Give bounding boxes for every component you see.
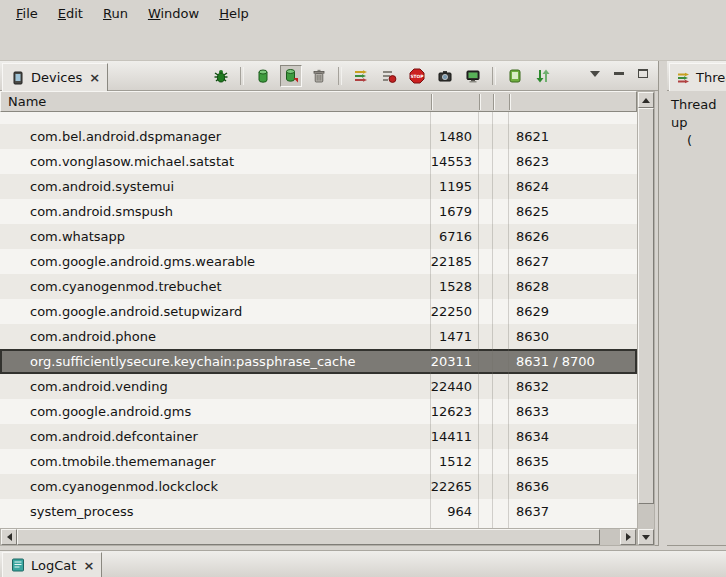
row-port: 8634 — [508, 424, 637, 449]
debug-icon[interactable] — [210, 65, 232, 87]
row-port: 8630 — [508, 324, 637, 349]
menu-file[interactable]: File — [6, 3, 48, 24]
scroll-left-icon[interactable] — [1, 529, 17, 545]
column-divider[interactable] — [493, 94, 494, 110]
table-row[interactable]: com.cyanogenmod.trebuchet15288628 — [0, 274, 637, 299]
table-row[interactable]: com.tmobile.thememanager15128635 — [0, 449, 637, 474]
threads-icon — [677, 71, 691, 85]
row-empty-cell — [478, 224, 492, 249]
table-row[interactable]: com.whatsapp67168626 — [0, 224, 637, 249]
menu-help[interactable]: Help — [209, 3, 259, 24]
horizontal-scroll-thumb[interactable] — [17, 529, 600, 545]
row-empty-cell — [492, 299, 508, 324]
column-header-label: Name — [8, 94, 46, 109]
ui-automator-icon[interactable] — [504, 65, 526, 87]
method-profiling-icon[interactable] — [378, 65, 400, 87]
stop-icon-label: STOP — [410, 74, 424, 79]
tab-threads[interactable]: Threads — [669, 63, 726, 91]
view-controls — [588, 67, 650, 80]
tab-devices[interactable]: Devices × — [2, 63, 108, 91]
vertical-scroll-thumb[interactable] — [638, 108, 654, 504]
screen-capture-icon[interactable] — [434, 65, 456, 87]
row-port: 8635 — [508, 449, 637, 474]
column-divider[interactable] — [509, 94, 510, 110]
table-row[interactable]: com.vonglasow.michael.satstat145538623 — [0, 149, 637, 174]
table-row[interactable]: com.google.android.gms126238633 — [0, 399, 637, 424]
table-row[interactable]: com.google.android.gms.wearable221858627 — [0, 249, 637, 274]
menu-run[interactable]: Run — [93, 3, 138, 24]
cause-gc-icon[interactable] — [308, 65, 330, 87]
table-row[interactable]: system_process9648637 — [0, 499, 637, 524]
row-pid: 1512 — [430, 449, 478, 474]
close-icon[interactable]: × — [89, 70, 100, 85]
row-process-name: com.cyanogenmod.lockclock — [0, 474, 430, 499]
row-port: 8628 — [508, 274, 637, 299]
table-row[interactable]: com.android.phone14718630 — [0, 324, 637, 349]
screen-record-icon[interactable] — [462, 65, 484, 87]
scroll-up-icon[interactable] — [638, 92, 654, 108]
toolbar-separator — [240, 67, 244, 85]
table-row[interactable]: com.google.android.setupwizard222508629 — [0, 299, 637, 324]
row-empty-cell — [492, 374, 508, 399]
vertical-scrollbar[interactable] — [637, 91, 655, 546]
table-row[interactable]: org.sufficientlysecure.keychain:passphra… — [0, 349, 637, 374]
row-empty-cell — [492, 124, 508, 149]
row-empty-cell — [478, 449, 492, 474]
update-threads-icon[interactable] — [350, 65, 372, 87]
hierarchy-view-icon[interactable] — [532, 65, 554, 87]
row-process-name: com.whatsapp — [0, 224, 430, 249]
row-empty-cell — [478, 174, 492, 199]
tab-logcat[interactable]: LogCat × — [2, 552, 102, 577]
row-process-name: com.android.defcontainer — [0, 424, 430, 449]
row-port: 8627 — [508, 249, 637, 274]
tab-threads-label: Threads — [696, 70, 726, 85]
menu-edit[interactable]: Edit — [48, 3, 93, 24]
row-port: 8624 — [508, 174, 637, 199]
update-heap-icon[interactable] — [252, 65, 274, 87]
process-table: com.bel.android.dspmanager14808621com.vo… — [0, 112, 637, 528]
horizontal-scrollbar[interactable] — [0, 528, 637, 546]
device-icon — [10, 70, 26, 86]
row-empty-cell — [492, 199, 508, 224]
view-menu-icon[interactable] — [588, 67, 602, 80]
table-row[interactable]: com.android.smspush16798625 — [0, 199, 637, 224]
row-process-name: com.cyanogenmod.trebuchet — [0, 274, 430, 299]
table-row[interactable]: com.android.systemui11958624 — [0, 174, 637, 199]
scroll-down-icon[interactable] — [638, 529, 654, 545]
table-row[interactable]: com.android.vending224408632 — [0, 374, 637, 399]
minimize-icon[interactable] — [612, 67, 626, 80]
table-row[interactable]: com.cyanogenmod.lockclock222658636 — [0, 474, 637, 499]
close-icon[interactable]: × — [83, 558, 94, 573]
row-pid: 14411 — [430, 424, 478, 449]
maximize-icon[interactable] — [636, 67, 650, 80]
scroll-right-icon[interactable] — [620, 529, 636, 545]
row-empty-cell — [478, 149, 492, 174]
toolbar-separator — [492, 67, 496, 85]
row-process-name: com.google.android.gms — [0, 399, 430, 424]
row-empty-cell — [492, 424, 508, 449]
row-port: 8629 — [508, 299, 637, 324]
table-row[interactable]: com.android.defcontainer144118634 — [0, 424, 637, 449]
row-empty-cell — [492, 499, 508, 524]
dump-hprof-icon[interactable] — [280, 65, 302, 87]
row-process-name: com.vonglasow.michael.satstat — [0, 149, 430, 174]
column-divider[interactable] — [431, 94, 432, 110]
logcat-icon — [10, 557, 26, 573]
row-port: 8632 — [508, 374, 637, 399]
row-empty-cell — [492, 249, 508, 274]
column-divider[interactable] — [479, 94, 480, 110]
row-port: 8637 — [508, 499, 637, 524]
row-pid: 22265 — [430, 474, 478, 499]
row-empty-cell — [492, 324, 508, 349]
threads-message-line: Thread up — [671, 96, 722, 132]
menu-window[interactable]: Window — [138, 3, 209, 24]
row-pid: 20311 — [430, 349, 478, 374]
stop-process-icon[interactable]: STOP — [406, 65, 428, 87]
row-process-name: com.android.vending — [0, 374, 430, 399]
panel-sash[interactable] — [659, 61, 667, 546]
row-pid: 22185 — [430, 249, 478, 274]
table-header-name[interactable]: Name — [0, 91, 637, 112]
row-pid: 22440 — [430, 374, 478, 399]
table-row[interactable]: com.bel.android.dspmanager14808621 — [0, 124, 637, 149]
devices-toolbar: STOP — [210, 64, 554, 88]
